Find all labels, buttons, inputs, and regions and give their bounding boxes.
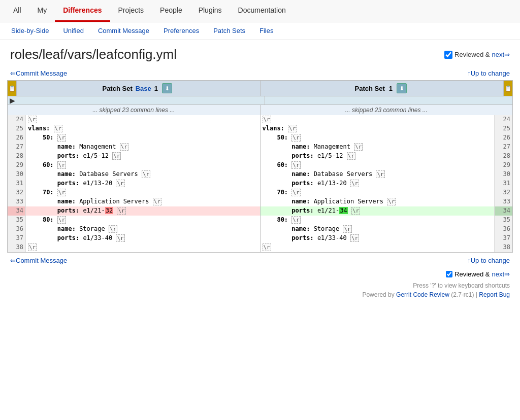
- nav-differences[interactable]: Differences: [55, 0, 110, 22]
- left-line-content: 50: \r: [26, 133, 261, 143]
- subnav-unified[interactable]: Unified: [57, 24, 89, 37]
- token-cr: \r: [153, 198, 161, 205]
- token-cr: \r: [291, 189, 300, 196]
- right-download-icon[interactable]: ⬇: [397, 83, 407, 93]
- left-line-content: ports: e1/5-12 \r: [26, 152, 261, 161]
- file-title: roles/leaf/vars/leafconfig.yml: [10, 47, 177, 62]
- token-cr: \r: [288, 125, 297, 132]
- nav-my[interactable]: My: [29, 0, 55, 22]
- commit-message-link-top[interactable]: ⇐Commit Message: [10, 69, 67, 77]
- right-line-content: 60: \r: [261, 161, 495, 170]
- right-line-num: 26: [494, 133, 512, 143]
- right-line-num: 27: [494, 143, 512, 152]
- table-row: 28 ports: e1/5-12 \r ports: e1/5-12 \r 2…: [8, 152, 512, 161]
- left-line-num: 25: [8, 124, 26, 133]
- collapse-left: [17, 96, 265, 104]
- token-cr: \r: [57, 216, 66, 224]
- collapse-row: ▶: [8, 96, 512, 105]
- token-cr: \r: [57, 189, 66, 196]
- sub-nav: Side-by-Side Unified Commit Message Pref…: [0, 22, 520, 40]
- left-line-content: 60: \r: [26, 161, 261, 170]
- commit-message-link-bottom[interactable]: ⇐Commit Message: [10, 257, 67, 264]
- nav-links-top: ⇐Commit Message ↑Up to change: [0, 66, 520, 80]
- up-to-change-link-bottom[interactable]: ↑Up to change: [467, 257, 510, 264]
- collapse-arrow[interactable]: ▶: [8, 96, 17, 104]
- next-link[interactable]: next⇒: [492, 51, 510, 58]
- left-icon-yellow[interactable]: 📋: [8, 81, 17, 96]
- left-line-num: 38: [8, 243, 26, 252]
- token-cr: \r: [354, 143, 363, 151]
- left-line-content: 80: \r: [26, 216, 261, 225]
- table-row: 31 ports: e1/13-20 \r ports: e1/13-20 \r…: [8, 179, 512, 188]
- nav-plugins[interactable]: Plugins: [190, 0, 230, 22]
- right-line-num: 25: [494, 124, 512, 133]
- token-cr: \r: [291, 216, 300, 224]
- patch-set-right-num: 1: [389, 85, 393, 92]
- right-line-num: 36: [494, 225, 512, 234]
- patch-set-right-text: Patch Set: [355, 85, 385, 92]
- right-line-num: 24: [494, 115, 512, 124]
- patch-set-left-num: 1: [154, 85, 158, 92]
- reviewed-checkbox[interactable]: [444, 51, 452, 59]
- left-line-content: \r: [26, 243, 261, 252]
- right-line-content: name: Storage \r: [261, 225, 495, 234]
- left-line-num: 28: [8, 152, 26, 161]
- right-line-content: \r: [261, 243, 495, 252]
- table-row: 26 50: \r 50: \r 26: [8, 133, 512, 143]
- table-row: 27 name: Management \r name: Management …: [8, 143, 512, 152]
- nav-people[interactable]: People: [152, 0, 190, 22]
- token-cr: \r: [28, 243, 37, 251]
- nav-projects[interactable]: Projects: [110, 0, 152, 22]
- right-line-content: name: Database Servers \r: [261, 170, 495, 179]
- right-line-content: ports: e1/33-40 \r: [261, 234, 495, 243]
- nav-links-bottom: ⇐Commit Message ↑Up to change: [0, 253, 520, 268]
- left-line-content: vlans: \r: [26, 124, 261, 133]
- left-line-num: 29: [8, 161, 26, 170]
- table-row: 32 70: \r 70: \r 32: [8, 188, 512, 197]
- token-cr: \r: [263, 116, 271, 123]
- gerrit-link[interactable]: Gerrit Code Review: [396, 291, 449, 298]
- table-row: 33 name: Application Servers \r name: Ap…: [8, 197, 512, 206]
- reviewed-checkbox-bottom[interactable]: [446, 271, 452, 277]
- right-icon-yellow[interactable]: 📋: [503, 81, 512, 96]
- right-line-num: 37: [494, 234, 512, 243]
- left-download-icon[interactable]: ⬇: [162, 83, 172, 93]
- right-line-num-changed: 34: [494, 206, 512, 216]
- skipped-right: ... skipped 23 common lines ...: [261, 105, 513, 115]
- left-line-content: name: Application Servers \r: [26, 197, 261, 206]
- next-link-bottom[interactable]: next⇒: [492, 270, 510, 278]
- right-line-content: vlans: \r: [261, 124, 495, 133]
- subnav-patch-sets[interactable]: Patch Sets: [207, 24, 251, 37]
- right-line-content: 70: \r: [261, 188, 495, 197]
- token-cr: \r: [112, 152, 121, 160]
- table-row: 36 name: Storage \r name: Storage \r 36: [8, 225, 512, 234]
- table-row: 29 60: \r 60: \r 29: [8, 161, 512, 170]
- subnav-files[interactable]: Files: [253, 24, 279, 37]
- subnav-side-by-side[interactable]: Side-by-Side: [5, 24, 55, 37]
- patch-set-base: Base: [136, 85, 151, 92]
- token-cr: \r: [120, 143, 128, 151]
- hl-added: 34: [339, 207, 347, 214]
- left-line-num: 32: [8, 188, 26, 197]
- subnav-preferences[interactable]: Preferences: [157, 24, 205, 37]
- left-line-content: ports: e1/13-20 \r: [26, 179, 261, 188]
- up-to-change-link-top[interactable]: ↑Up to change: [467, 69, 510, 77]
- left-line-num: 26: [8, 133, 26, 143]
- collapse-right: [265, 96, 513, 104]
- report-bug-link[interactable]: Report Bug: [479, 291, 510, 298]
- right-line-num: 38: [494, 243, 512, 252]
- left-line-content: \r: [26, 115, 261, 124]
- token-cr: \r: [116, 234, 124, 242]
- subnav-commit-message[interactable]: Commit Message: [92, 24, 155, 37]
- table-row: 24 \r \r 24: [8, 115, 512, 124]
- right-line-content: 80: \r: [261, 216, 495, 225]
- token-cr: \r: [263, 243, 271, 251]
- nav-all[interactable]: All: [5, 0, 29, 22]
- token-cr: \r: [28, 116, 37, 123]
- token-cr: \r: [351, 207, 360, 215]
- reviewed-label-bottom: Reviewed &: [454, 270, 490, 278]
- token-cr: \r: [57, 134, 66, 142]
- nav-documentation[interactable]: Documentation: [230, 0, 294, 22]
- right-line-content-changed: ports: e1/21-34 \r: [261, 206, 495, 216]
- left-line-num: 35: [8, 216, 26, 225]
